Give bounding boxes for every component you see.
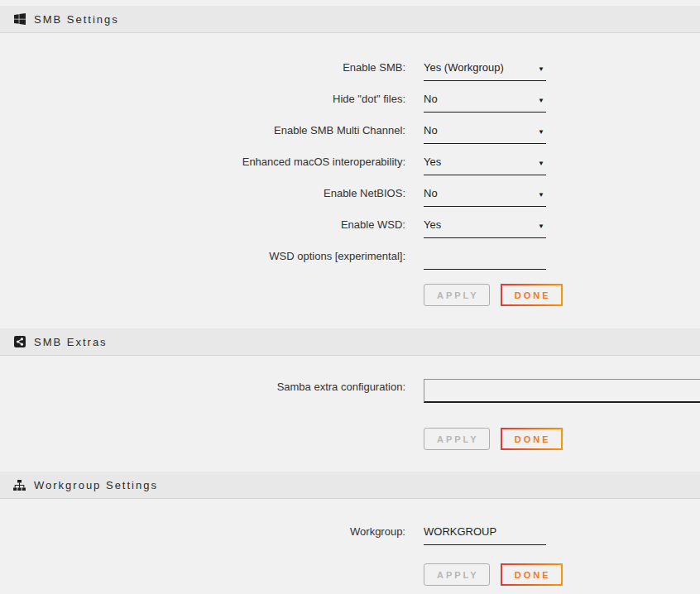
hide-dot-files-label: Hide "dot" files: — [0, 88, 405, 105]
netbios-select[interactable]: No ▼ — [424, 182, 546, 207]
section-title-smb-extras: SMB Extras — [34, 336, 108, 348]
samba-extra-config-label: Samba extra configuration: — [0, 376, 405, 393]
chevron-down-icon: ▼ — [538, 126, 544, 138]
chevron-down-icon: ▼ — [538, 157, 544, 170]
netbios-label: Enable NetBIOS: — [0, 182, 405, 199]
macos-interop-row: Enhanced macOS interoperability: Yes ▼ — [0, 151, 546, 175]
workgroup-settings-header: Workgroup Settings — [0, 472, 700, 499]
macos-interop-label: Enhanced macOS interoperability: — [0, 151, 405, 168]
workgroup-done-button[interactable]: DONE — [501, 563, 563, 586]
sitemap-icon — [13, 479, 26, 491]
smb-settings-form: Enable SMB: Yes (Workgroup) ▼ Hide "dot"… — [0, 33, 700, 328]
smb-settings-actions: APPLY DONE — [424, 284, 563, 306]
samba-extra-config-textarea[interactable] — [424, 379, 700, 403]
workgroup-settings-actions: APPLY DONE — [424, 563, 563, 586]
wsd-options-row: WSD options [experimental]: — [0, 245, 546, 270]
workgroup-apply-button[interactable]: APPLY — [424, 563, 490, 586]
wsd-select[interactable]: Yes ▼ — [424, 213, 546, 238]
smb-extras-done-button[interactable]: DONE — [501, 428, 563, 450]
smb-multichannel-row: Enable SMB Multi Channel: No ▼ — [0, 119, 546, 144]
windows-icon — [13, 13, 26, 26]
workgroup-row: Workgroup: — [0, 520, 546, 545]
smb-multichannel-value: No — [424, 124, 438, 137]
wsd-row: Enable WSD: Yes ▼ — [0, 213, 546, 238]
enable-smb-select[interactable]: Yes (Workgroup) ▼ — [424, 56, 546, 81]
workgroup-label: Workgroup: — [0, 520, 405, 538]
wsd-options-input[interactable] — [424, 245, 546, 270]
macos-interop-value: Yes — [424, 156, 441, 168]
chevron-down-icon: ▼ — [538, 63, 544, 75]
smb-extras-apply-button[interactable]: APPLY — [424, 428, 490, 450]
section-smb-settings: SMB Settings Enable SMB: Yes (Workgroup)… — [0, 6, 700, 328]
smb-settings-header: SMB Settings — [0, 6, 700, 33]
workgroup-settings-form: Workgroup: APPLY DONE — [0, 499, 700, 594]
wsd-options-label: WSD options [experimental]: — [0, 245, 405, 262]
section-smb-extras: SMB Extras Samba extra configuration: AP… — [0, 328, 700, 472]
section-title-smb-settings: SMB Settings — [34, 13, 119, 26]
smb-extras-form: Samba extra configuration: APPLY DONE — [0, 356, 700, 472]
hide-dot-files-value: No — [424, 93, 438, 105]
netbios-value: No — [424, 187, 438, 199]
section-workgroup-settings: Workgroup Settings Workgroup: APPLY DONE — [0, 472, 700, 594]
smb-settings-apply-button[interactable]: APPLY — [424, 284, 490, 306]
enable-smb-label: Enable SMB: — [0, 56, 405, 74]
smb-settings-page: SMB Settings Enable SMB: Yes (Workgroup)… — [0, 6, 700, 594]
macos-interop-select[interactable]: Yes ▼ — [424, 151, 546, 175]
wsd-label: Enable WSD: — [0, 213, 405, 231]
share-icon — [13, 336, 26, 348]
enable-smb-row: Enable SMB: Yes (Workgroup) ▼ — [0, 56, 546, 81]
netbios-row: Enable NetBIOS: No ▼ — [0, 182, 546, 207]
smb-extras-header: SMB Extras — [0, 328, 700, 356]
section-title-workgroup-settings: Workgroup Settings — [34, 479, 158, 491]
chevron-down-icon: ▼ — [538, 94, 544, 107]
hide-dot-files-row: Hide "dot" files: No ▼ — [0, 88, 546, 113]
workgroup-input[interactable] — [424, 520, 546, 545]
hide-dot-files-select[interactable]: No ▼ — [424, 88, 546, 113]
smb-multichannel-label: Enable SMB Multi Channel: — [0, 119, 405, 137]
smb-multichannel-select[interactable]: No ▼ — [424, 119, 546, 144]
wsd-value: Yes — [424, 218, 441, 231]
smb-settings-done-button[interactable]: DONE — [501, 284, 563, 306]
chevron-down-icon: ▼ — [538, 189, 544, 201]
enable-smb-value: Yes (Workgroup) — [424, 61, 504, 74]
smb-extras-actions: APPLY DONE — [424, 428, 563, 450]
chevron-down-icon: ▼ — [538, 220, 544, 232]
samba-extra-config-row: Samba extra configuration: — [0, 376, 700, 403]
